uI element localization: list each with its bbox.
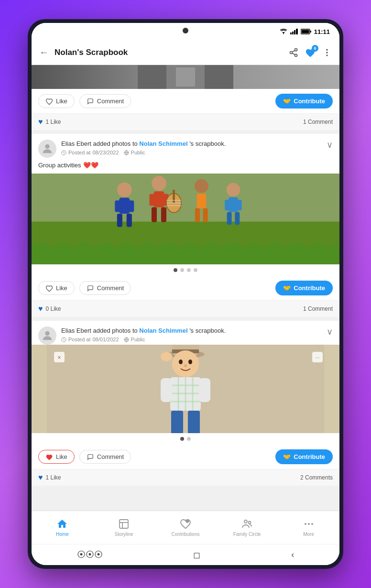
nav-item-more[interactable]: More <box>278 518 339 537</box>
post1-contribute-button[interactable]: 🤝 Contribute <box>275 94 333 109</box>
svg-rect-74 <box>161 378 172 402</box>
svg-rect-35 <box>152 207 157 222</box>
post2-avatar <box>38 140 56 158</box>
svg-rect-49 <box>229 197 238 212</box>
post2-suffix: 's scrapbook. <box>189 140 226 147</box>
post3-author-line: Elias Ebert added photos to Nolan Schimm… <box>61 327 333 335</box>
comment-icon <box>87 98 94 105</box>
svg-point-44 <box>195 179 208 193</box>
svg-point-11 <box>295 54 297 56</box>
svg-point-91 <box>311 523 313 525</box>
post2-label-posted: Posted at <box>68 150 90 155</box>
svg-point-89 <box>305 523 306 525</box>
nav-home-label: Home <box>56 532 69 537</box>
post2-meta: Elias Ebert added photos to Nolan Schimm… <box>38 140 333 158</box>
svg-rect-29 <box>117 214 122 227</box>
share-icon[interactable] <box>289 48 298 57</box>
post3-author: Elias Ebert <box>61 327 91 334</box>
post3-entry: Elias Ebert added photos to Nolan Schimm… <box>32 321 339 345</box>
post2-like-button[interactable]: Like <box>38 281 75 295</box>
like-icon-2 <box>45 285 53 292</box>
notifications-heart[interactable]: 6 <box>305 48 316 57</box>
back-button[interactable]: ← <box>39 47 49 58</box>
svg-point-33 <box>152 176 166 191</box>
nav-item-contributions[interactable]: Contributions <box>155 518 217 537</box>
storyline-icon <box>118 518 130 530</box>
globe-icon <box>124 150 129 155</box>
clock-icon-3 <box>61 337 66 342</box>
svg-rect-46 <box>195 208 200 222</box>
post2-info: Elias Ebert added photos to Nolan Schimm… <box>61 140 333 155</box>
post1-likes-count: ♥ 1 Like <box>38 118 61 126</box>
svg-rect-19 <box>176 67 195 87</box>
post3-contribute-label: Contribute <box>294 453 325 460</box>
post2-like-label: Like <box>56 284 67 292</box>
svg-rect-7 <box>310 31 311 33</box>
more-options-icon[interactable] <box>322 48 332 57</box>
post3-dots <box>32 433 339 445</box>
nav-item-storyline[interactable]: Storyline <box>93 518 155 537</box>
svg-rect-3 <box>292 32 294 34</box>
camera-notch <box>183 28 188 33</box>
post2-author-line: Elias Ebert added photos to Nolan Schimm… <box>61 140 333 148</box>
svg-rect-75 <box>199 378 210 402</box>
likes-heart-icon: ♥ <box>38 118 43 126</box>
post3-suffix: 's scrapbook. <box>189 327 226 334</box>
svg-rect-83 <box>120 520 128 528</box>
svg-rect-30 <box>127 214 132 227</box>
post3-meta: Elias Ebert added photos to Nolan Schimm… <box>38 327 333 345</box>
post2-contribute-button[interactable]: 🤝 Contribute <box>275 281 333 295</box>
nav-family-circle-label: Family Circle <box>233 532 261 537</box>
post3-info: Elias Ebert added photos to Nolan Schimm… <box>61 327 333 342</box>
svg-rect-26 <box>32 174 339 222</box>
dot-3 <box>187 268 191 272</box>
post3-like-button[interactable]: Like <box>38 450 75 464</box>
contribute-icon-1: 🤝 <box>283 98 291 105</box>
post3-contribute-button[interactable]: 🤝 Contribute <box>275 449 333 464</box>
post1-like-button[interactable]: Like <box>38 94 75 108</box>
contribute-icon-2: 🤝 <box>283 284 291 292</box>
svg-point-88 <box>248 522 251 524</box>
post3-avatar <box>38 327 56 345</box>
svg-point-27 <box>117 182 132 197</box>
svg-point-20 <box>45 144 49 149</box>
post2-comment-button[interactable]: Comment <box>79 281 131 295</box>
home-icon <box>56 518 68 530</box>
post2-collapse-button[interactable]: ∨ <box>327 140 333 150</box>
back-nav-button[interactable]: ‹ <box>282 546 304 564</box>
svg-point-16 <box>326 54 327 56</box>
post2-target[interactable]: Nolan Schimmel <box>139 140 187 147</box>
contribute-icon-3: 🤝 <box>283 453 291 460</box>
post3-photo[interactable]: × ⋯ <box>32 345 339 433</box>
post3-stats: ♥ 1 Like 2 Comments <box>32 469 339 486</box>
svg-text:×: × <box>57 354 61 361</box>
svg-rect-5 <box>296 29 298 34</box>
post3-comments-count: 2 Comments <box>300 474 333 481</box>
post3-visibility: Public <box>131 337 145 342</box>
like-icon <box>45 98 53 105</box>
wifi-icon <box>280 29 287 34</box>
recent-apps-button[interactable]: ⦿⦿⦿ <box>67 546 112 564</box>
nav-item-family-circle[interactable]: Family Circle <box>216 518 278 537</box>
svg-rect-45 <box>196 194 206 208</box>
dot-2 <box>180 268 184 272</box>
post2-caption: Group activities ❤️❤️ <box>38 158 333 174</box>
post3-collapse-button[interactable]: ∨ <box>327 327 333 337</box>
nav-more-label: More <box>303 532 314 537</box>
svg-point-48 <box>226 183 240 196</box>
nav-item-home[interactable]: Home <box>32 518 93 537</box>
svg-line-13 <box>292 50 295 52</box>
post2-likes-text: 0 Like <box>46 305 61 312</box>
svg-point-14 <box>326 49 327 50</box>
post3-comment-button[interactable]: Comment <box>79 450 131 464</box>
post3-likes-count: ♥ 1 Like <box>38 473 61 482</box>
post1-comment-button[interactable]: Comment <box>79 94 131 108</box>
post3-target[interactable]: Nolan Schimmel <box>139 327 187 334</box>
likes-heart-icon-3: ♥ <box>38 473 43 482</box>
post2-photo[interactable] <box>32 174 339 264</box>
svg-point-90 <box>308 523 310 525</box>
app-header: ← Nolan's Scrapbook 6 <box>32 40 339 65</box>
post-card-2: Elias Ebert added photos to Nolan Schimm… <box>32 134 339 317</box>
home-button[interactable]: ◻ <box>184 546 210 564</box>
svg-point-9 <box>295 48 297 51</box>
